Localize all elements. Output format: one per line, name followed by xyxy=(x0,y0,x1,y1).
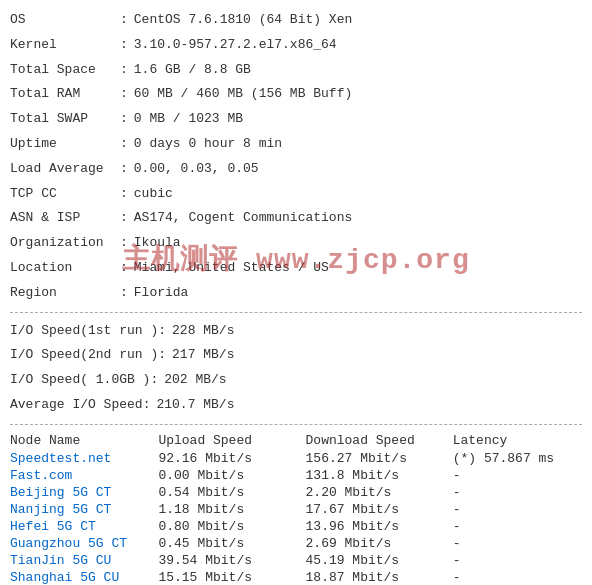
org-label: Organization xyxy=(10,233,120,254)
table-row: Fast.com0.00 Mbit/s131.8 Mbit/s- xyxy=(10,467,582,484)
table-row: Guangzhou 5G CT0.45 Mbit/s2.69 Mbit/s- xyxy=(10,535,582,552)
divider-1 xyxy=(10,312,582,313)
asnisp-row: ASN & ISP : AS174, Cogent Communications xyxy=(10,206,582,231)
speedtest-section: Node Name Upload Speed Download Speed La… xyxy=(10,431,582,585)
node-name-cell: Nanjing 5G CT xyxy=(10,501,158,518)
location-label: Location xyxy=(10,258,120,279)
io2-value: 217 MB/s xyxy=(172,345,234,366)
upload-speed-cell: 92.16 Mbit/s xyxy=(158,450,305,467)
latency-cell: - xyxy=(453,552,582,569)
speed-table-body: Speedtest.net92.16 Mbit/s156.27 Mbit/s(*… xyxy=(10,450,582,585)
tcpcc-value: cubic xyxy=(134,184,173,205)
io-section: I/O Speed(1st run ) : 228 MB/s I/O Speed… xyxy=(10,319,582,418)
download-speed-cell: 17.67 Mbit/s xyxy=(306,501,453,518)
loadavg-row: Load Average : 0.00, 0.03, 0.05 xyxy=(10,157,582,182)
org-value: Ikoula xyxy=(134,233,181,254)
col-download-header: Download Speed xyxy=(306,431,453,450)
loadavg-label: Load Average xyxy=(10,159,120,180)
download-speed-cell: 45.19 Mbit/s xyxy=(306,552,453,569)
table-row: Nanjing 5G CT1.18 Mbit/s17.67 Mbit/s- xyxy=(10,501,582,518)
node-name-cell: Shanghai 5G CU xyxy=(10,569,158,585)
download-speed-cell: 156.27 Mbit/s xyxy=(306,450,453,467)
table-row: TianJin 5G CU39.54 Mbit/s45.19 Mbit/s- xyxy=(10,552,582,569)
totalswap-label: Total SWAP xyxy=(10,109,120,130)
upload-speed-cell: 39.54 Mbit/s xyxy=(158,552,305,569)
location-row: Location : Miami, United States / US xyxy=(10,256,582,281)
avg-io-label: Average I/O Speed xyxy=(10,395,143,416)
upload-speed-cell: 0.80 Mbit/s xyxy=(158,518,305,535)
sysinfo-section: OS : CentOS 7.6.1810 (64 Bit) Xen Kernel… xyxy=(10,8,582,306)
download-speed-cell: 2.20 Mbit/s xyxy=(306,484,453,501)
table-row: Speedtest.net92.16 Mbit/s156.27 Mbit/s(*… xyxy=(10,450,582,467)
node-name-cell: Beijing 5G CT xyxy=(10,484,158,501)
totalspace-value: 1.6 GB / 8.8 GB xyxy=(134,60,251,81)
io3-value: 202 MB/s xyxy=(164,370,226,391)
node-name-cell: TianJin 5G CU xyxy=(10,552,158,569)
latency-cell: - xyxy=(453,535,582,552)
table-row: Hefei 5G CT0.80 Mbit/s13.96 Mbit/s- xyxy=(10,518,582,535)
col-node-header: Node Name xyxy=(10,431,158,450)
table-row: Beijing 5G CT0.54 Mbit/s2.20 Mbit/s- xyxy=(10,484,582,501)
download-speed-cell: 2.69 Mbit/s xyxy=(306,535,453,552)
latency-cell: (*) 57.867 ms xyxy=(453,450,582,467)
totalspace-label: Total Space xyxy=(10,60,120,81)
table-row: Shanghai 5G CU15.15 Mbit/s18.87 Mbit/s- xyxy=(10,569,582,585)
col-upload-header: Upload Speed xyxy=(158,431,305,450)
os-label: OS xyxy=(10,10,120,31)
region-label: Region xyxy=(10,283,120,304)
os-value: CentOS 7.6.1810 (64 Bit) Xen xyxy=(134,10,352,31)
io3-label: I/O Speed( 1.0GB ) xyxy=(10,370,150,391)
io3-row: I/O Speed( 1.0GB ) : 202 MB/s xyxy=(10,368,582,393)
upload-speed-cell: 0.54 Mbit/s xyxy=(158,484,305,501)
latency-cell: - xyxy=(453,501,582,518)
col-latency-header: Latency xyxy=(453,431,582,450)
node-name-cell: Fast.com xyxy=(10,467,158,484)
download-speed-cell: 131.8 Mbit/s xyxy=(306,467,453,484)
kernel-value: 3.10.0-957.27.2.el7.x86_64 xyxy=(134,35,337,56)
region-row: Region : Florida xyxy=(10,281,582,306)
latency-cell: - xyxy=(453,467,582,484)
latency-cell: - xyxy=(453,518,582,535)
totalram-value: 60 MB / 460 MB (156 MB Buff) xyxy=(134,84,352,105)
latency-cell: - xyxy=(453,484,582,501)
io1-label: I/O Speed(1st run ) xyxy=(10,321,158,342)
upload-speed-cell: 1.18 Mbit/s xyxy=(158,501,305,518)
asnisp-value: AS174, Cogent Communications xyxy=(134,208,352,229)
totalram-row: Total RAM : 60 MB / 460 MB (156 MB Buff) xyxy=(10,82,582,107)
totalspace-row: Total Space : 1.6 GB / 8.8 GB xyxy=(10,58,582,83)
totalswap-value: 0 MB / 1023 MB xyxy=(134,109,243,130)
io2-row: I/O Speed(2nd run ) : 217 MB/s xyxy=(10,343,582,368)
uptime-label: Uptime xyxy=(10,134,120,155)
node-name-cell: Hefei 5G CT xyxy=(10,518,158,535)
loadavg-value: 0.00, 0.03, 0.05 xyxy=(134,159,259,180)
uptime-value: 0 days 0 hour 8 min xyxy=(134,134,282,155)
upload-speed-cell: 0.45 Mbit/s xyxy=(158,535,305,552)
tcpcc-label: TCP CC xyxy=(10,184,120,205)
totalswap-row: Total SWAP : 0 MB / 1023 MB xyxy=(10,107,582,132)
divider-2 xyxy=(10,424,582,425)
io2-label: I/O Speed(2nd run ) xyxy=(10,345,158,366)
org-row: Organization : Ikoula xyxy=(10,231,582,256)
download-speed-cell: 18.87 Mbit/s xyxy=(306,569,453,585)
region-value: Florida xyxy=(134,283,189,304)
location-value: Miami, United States / US xyxy=(134,258,329,279)
download-speed-cell: 13.96 Mbit/s xyxy=(306,518,453,535)
speed-table: Node Name Upload Speed Download Speed La… xyxy=(10,431,582,585)
io1-value: 228 MB/s xyxy=(172,321,234,342)
uptime-row: Uptime : 0 days 0 hour 8 min xyxy=(10,132,582,157)
kernel-label: Kernel xyxy=(10,35,120,56)
kernel-row: Kernel : 3.10.0-957.27.2.el7.x86_64 xyxy=(10,33,582,58)
avg-io-value: 210.7 MB/s xyxy=(156,395,234,416)
io1-row: I/O Speed(1st run ) : 228 MB/s xyxy=(10,319,582,344)
upload-speed-cell: 0.00 Mbit/s xyxy=(158,467,305,484)
totalram-label: Total RAM xyxy=(10,84,120,105)
avg-io-row: Average I/O Speed : 210.7 MB/s xyxy=(10,393,582,418)
node-name-cell: Speedtest.net xyxy=(10,450,158,467)
speed-table-header: Node Name Upload Speed Download Speed La… xyxy=(10,431,582,450)
asnisp-label: ASN & ISP xyxy=(10,208,120,229)
latency-cell: - xyxy=(453,569,582,585)
node-name-cell: Guangzhou 5G CT xyxy=(10,535,158,552)
tcpcc-row: TCP CC : cubic xyxy=(10,182,582,207)
os-row: OS : CentOS 7.6.1810 (64 Bit) Xen xyxy=(10,8,582,33)
upload-speed-cell: 15.15 Mbit/s xyxy=(158,569,305,585)
